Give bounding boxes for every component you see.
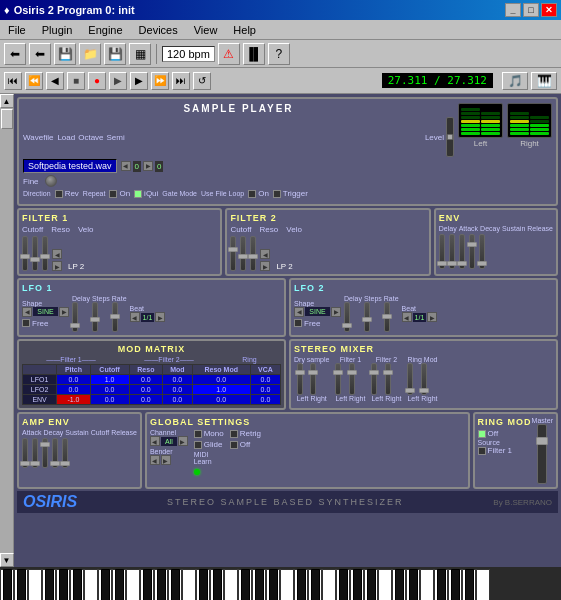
black-key-3-3[interactable] — [353, 569, 362, 600]
mm-env-reso[interactable]: 0.0 — [129, 395, 163, 405]
lfo1-rate-slider[interactable] — [112, 302, 118, 332]
white-key-2-2[interactable] — [224, 569, 238, 600]
piano-octave-0[interactable] — [0, 569, 98, 600]
lfo2-free-checkbox[interactable] — [294, 319, 302, 327]
fast-forward[interactable]: ⏩ — [151, 72, 169, 90]
mm-lfo1-mod[interactable]: 0.0 — [163, 375, 192, 385]
back-button[interactable]: ⬅ — [29, 43, 51, 65]
lfo1-shape-left[interactable]: ◀ — [22, 307, 32, 317]
amp-attack-slider[interactable] — [22, 438, 28, 468]
black-key-4-0[interactable] — [395, 569, 404, 600]
sm-f2-right-slider[interactable] — [385, 363, 391, 395]
sm-ring-right-slider[interactable] — [421, 363, 427, 395]
lfo2-beat-left[interactable]: ◀ — [402, 312, 412, 322]
retrig-option[interactable]: Retrig — [230, 429, 261, 438]
step-back[interactable]: ◀ — [46, 72, 64, 90]
piano-octave-3[interactable] — [294, 569, 392, 600]
trigger-checkbox[interactable] — [273, 190, 281, 198]
channel-left[interactable]: ◀ — [150, 436, 160, 446]
floppy-button[interactable]: 💾 — [54, 43, 76, 65]
white-key-0-6[interactable] — [84, 569, 98, 600]
on-checkbox[interactable] — [109, 190, 117, 198]
on-option[interactable]: On — [109, 189, 130, 198]
amp-decay-slider[interactable] — [32, 438, 38, 468]
off-option2[interactable]: Off — [230, 440, 261, 449]
load-left[interactable]: ◀ — [121, 161, 131, 171]
step-forward[interactable]: ▶ — [130, 72, 148, 90]
piano-octave-1[interactable] — [98, 569, 196, 600]
scroll-up[interactable]: ▲ — [0, 94, 14, 108]
iqui-option[interactable]: iQui — [134, 189, 158, 198]
ring-filter1-option[interactable]: Filter 1 — [478, 446, 532, 455]
amp-cutoff-slider[interactable] — [52, 438, 58, 468]
black-key-4-4[interactable] — [465, 569, 474, 600]
mm-env-resonmod[interactable]: 0.0 — [192, 395, 250, 405]
help-button[interactable]: ? — [268, 43, 290, 65]
sm-f1-right-slider[interactable] — [349, 363, 355, 395]
sm-ring-left-slider[interactable] — [407, 363, 413, 395]
folder-button[interactable]: 📁 — [79, 43, 101, 65]
white-key-0-2[interactable] — [28, 569, 42, 600]
sm-f1-left-slider[interactable] — [335, 363, 341, 395]
lfo1-beat-left[interactable]: ◀ — [130, 312, 140, 322]
lfo2-rate-slider[interactable] — [384, 302, 390, 332]
mono-option[interactable]: Mono — [194, 429, 224, 438]
mm-lfo2-pitch[interactable]: 0.0 — [57, 385, 91, 395]
mm-env-vca[interactable]: 0.0 — [250, 395, 280, 405]
black-key-0-3[interactable] — [59, 569, 68, 600]
menu-plugin[interactable]: Plugin — [38, 23, 77, 37]
load-right[interactable]: ▶ — [143, 161, 153, 171]
black-key-0-4[interactable] — [73, 569, 82, 600]
f1-type-up[interactable]: ◀ — [52, 249, 62, 259]
mm-env-mod[interactable]: 0.0 — [163, 395, 192, 405]
lfo1-shape-right[interactable]: ▶ — [59, 307, 69, 317]
bender-right[interactable]: ▶ — [161, 455, 171, 465]
white-key-4-6[interactable] — [476, 569, 490, 600]
mm-lfo1-cutoff[interactable]: 1.0 — [90, 375, 129, 385]
lfo1-beat-right[interactable]: ▶ — [155, 312, 165, 322]
bars-button[interactable]: ▐▌ — [243, 43, 265, 65]
lfo2-shape-left[interactable]: ◀ — [294, 307, 304, 317]
menu-help[interactable]: Help — [229, 23, 260, 37]
close-button[interactable]: ✕ — [541, 3, 557, 17]
black-key-1-0[interactable] — [101, 569, 110, 600]
loop-on-checkbox[interactable] — [248, 190, 256, 198]
save-button[interactable]: 💾 — [104, 43, 126, 65]
menu-devices[interactable]: Devices — [135, 23, 182, 37]
trigger-option[interactable]: Trigger — [273, 189, 308, 198]
tool5[interactable]: ▦ — [129, 43, 151, 65]
amp-sustain-slider[interactable] — [42, 438, 48, 468]
mm-env-pitch[interactable]: -1.0 — [57, 395, 91, 405]
ring-filter1-checkbox[interactable] — [478, 447, 486, 455]
black-key-1-4[interactable] — [171, 569, 180, 600]
black-key-3-2[interactable] — [339, 569, 348, 600]
scroll-thumb[interactable] — [1, 109, 13, 129]
black-key-3-4[interactable] — [367, 569, 376, 600]
black-key-0-0[interactable] — [3, 569, 12, 600]
sm-dry-left-slider[interactable] — [297, 363, 303, 395]
alert-button[interactable]: ⚠ — [218, 43, 240, 65]
black-key-2-2[interactable] — [241, 569, 250, 600]
white-key-1-6[interactable] — [182, 569, 196, 600]
black-key-1-2[interactable] — [143, 569, 152, 600]
menu-file[interactable]: File — [4, 23, 30, 37]
f1-reso-slider[interactable] — [32, 236, 38, 271]
f2-type-down[interactable]: ▶ — [260, 261, 270, 271]
scroll-down[interactable]: ▼ — [0, 553, 14, 567]
black-key-2-0[interactable] — [199, 569, 208, 600]
mm-lfo1-vca[interactable]: 0.0 — [250, 375, 280, 385]
lfo1-free[interactable]: Free — [22, 319, 69, 328]
record-button[interactable]: ● — [88, 72, 106, 90]
black-key-4-2[interactable] — [437, 569, 446, 600]
channel-right[interactable]: ▶ — [178, 436, 188, 446]
rewind-button[interactable]: ⏪ — [25, 72, 43, 90]
rev-checkbox[interactable] — [55, 190, 63, 198]
iqui-checkbox[interactable] — [134, 190, 142, 198]
mono-checkbox[interactable] — [194, 430, 202, 438]
piano-octave-2[interactable] — [196, 569, 294, 600]
f2-cutoff-slider[interactable] — [230, 236, 236, 271]
loop-on-option[interactable]: On — [248, 189, 269, 198]
mm-env-cutoff[interactable]: 0.0 — [90, 395, 129, 405]
sm-dry-right-slider[interactable] — [310, 363, 316, 395]
fine-knob[interactable] — [45, 175, 57, 187]
